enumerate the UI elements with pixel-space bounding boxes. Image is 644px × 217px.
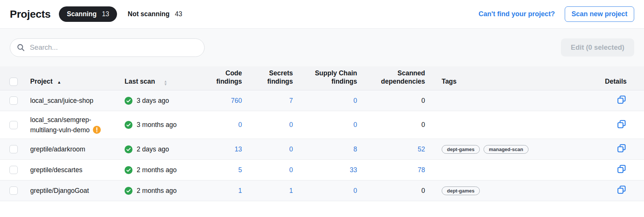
project-details-icon[interactable] bbox=[616, 164, 627, 174]
scanned-dependencies-count: 0 bbox=[357, 187, 425, 195]
scan-success-icon bbox=[125, 97, 132, 105]
code-findings-count[interactable]: 13 bbox=[199, 145, 242, 153]
supply-chain-findings-count[interactable]: 33 bbox=[293, 166, 357, 174]
tab-not-scanning-count: 43 bbox=[175, 10, 182, 18]
project-name[interactable]: local_scan/juice-shop bbox=[30, 97, 93, 104]
project-details-icon[interactable] bbox=[616, 143, 627, 153]
column-header-scanned-dependencies: Scanned dependencies bbox=[357, 69, 425, 86]
tags-cell: dept-games managed-scan bbox=[425, 145, 584, 154]
code-findings-count[interactable]: 0 bbox=[199, 121, 242, 129]
warning-icon[interactable] bbox=[93, 126, 101, 134]
tag-pill: dept-games bbox=[442, 145, 480, 154]
project-details-icon[interactable] bbox=[616, 119, 627, 129]
project-name[interactable]: greptile/adarkroom bbox=[30, 145, 85, 153]
scanned-dependencies-count[interactable]: 52 bbox=[357, 145, 425, 153]
supply-chain-findings-count[interactable]: 0 bbox=[293, 187, 357, 195]
secrets-findings-count[interactable]: 7 bbox=[242, 97, 293, 105]
project-details-icon[interactable] bbox=[616, 185, 627, 195]
toolbar: Edit (0 selected) bbox=[0, 29, 644, 66]
column-header-details: Details bbox=[584, 77, 644, 86]
project-name[interactable]: greptile/descartes bbox=[30, 166, 82, 174]
column-header-project[interactable]: Project▲ bbox=[21, 77, 119, 86]
supply-chain-findings-count[interactable]: 0 bbox=[293, 121, 357, 129]
table-row: local_scan/semgrep-multilang-vuln-demo 3… bbox=[0, 111, 644, 139]
table-row: local_scan/juice-shop 3 days ago 760 7 0… bbox=[0, 90, 644, 111]
scan-new-project-button[interactable]: Scan new project bbox=[565, 6, 634, 22]
search-box bbox=[10, 38, 205, 57]
table-row: greptile/adarkroom 2 days ago 13 0 8 52 … bbox=[0, 139, 644, 160]
tab-not-scanning[interactable]: Not scanning 43 bbox=[126, 6, 183, 22]
supply-chain-findings-count[interactable]: 0 bbox=[293, 97, 357, 105]
last-scan-text: 3 months ago bbox=[137, 121, 177, 129]
row-checkbox[interactable] bbox=[9, 145, 18, 153]
project-name[interactable]: local_scan/semgrep-multilang-vuln-demo bbox=[30, 116, 91, 133]
tab-scanning-label: Scanning bbox=[67, 10, 97, 18]
scan-success-icon bbox=[125, 166, 132, 174]
column-header-supply-chain-findings: Supply Chain findings bbox=[293, 69, 357, 86]
page-header: Projects Scanning 13 Not scanning 43 Can… bbox=[0, 0, 644, 29]
row-checkbox[interactable] bbox=[9, 96, 18, 105]
supply-chain-findings-count[interactable]: 8 bbox=[293, 145, 357, 153]
column-header-tags: Tags bbox=[425, 77, 584, 86]
column-header-code-findings: Code findings bbox=[199, 69, 242, 86]
tab-not-scanning-label: Not scanning bbox=[128, 10, 169, 18]
column-header-secrets-findings: Secrets findings bbox=[242, 69, 293, 86]
edit-selected-button[interactable]: Edit (0 selected) bbox=[561, 38, 634, 57]
scan-success-icon bbox=[125, 121, 132, 129]
code-findings-count[interactable]: 1 bbox=[199, 187, 242, 195]
tags-cell: dept-games bbox=[425, 186, 584, 195]
project-details-icon[interactable] bbox=[616, 95, 627, 105]
secrets-findings-count[interactable]: 1 bbox=[242, 187, 293, 195]
code-findings-count[interactable]: 5 bbox=[199, 166, 242, 174]
tag-pill: managed-scan bbox=[484, 145, 528, 154]
page-title: Projects bbox=[10, 8, 51, 20]
table-bottom-area bbox=[0, 201, 644, 217]
tab-scanning[interactable]: Scanning 13 bbox=[59, 6, 117, 22]
column-header-last-scan-label: Last scan bbox=[125, 77, 155, 86]
column-header-last-scan[interactable]: Last scan▲▼ bbox=[119, 77, 199, 86]
scan-success-icon bbox=[125, 145, 132, 153]
cant-find-project-link[interactable]: Can't find your project? bbox=[479, 10, 555, 18]
sort-ascending-icon: ▲ bbox=[57, 80, 61, 84]
secrets-findings-count[interactable]: 0 bbox=[242, 166, 293, 174]
last-scan-text: 2 months ago bbox=[137, 166, 177, 174]
select-all-checkbox[interactable] bbox=[9, 78, 18, 86]
row-checkbox[interactable] bbox=[9, 186, 18, 195]
search-icon bbox=[17, 43, 25, 52]
last-scan-text: 3 days ago bbox=[137, 97, 169, 105]
last-scan-text: 2 days ago bbox=[137, 145, 169, 153]
scanned-dependencies-count[interactable]: 78 bbox=[357, 166, 425, 174]
secrets-findings-count[interactable]: 0 bbox=[242, 145, 293, 153]
table-header-row: Project▲ Last scan▲▼ Code findings Secre… bbox=[0, 66, 644, 90]
tab-scanning-count: 13 bbox=[102, 10, 109, 18]
tag-pill: dept-games bbox=[442, 186, 480, 195]
project-name[interactable]: greptile/DjangoGoat bbox=[30, 187, 89, 194]
table-row: greptile/DjangoGoat 2 months ago 1 1 0 0… bbox=[0, 180, 644, 201]
code-findings-count[interactable]: 760 bbox=[199, 97, 242, 105]
last-scan-text: 2 months ago bbox=[137, 187, 177, 195]
scanned-dependencies-count: 0 bbox=[357, 97, 425, 105]
secrets-findings-count[interactable]: 0 bbox=[242, 121, 293, 129]
scan-success-icon bbox=[125, 187, 132, 195]
scanned-dependencies-count: 0 bbox=[357, 121, 425, 129]
column-header-project-label: Project bbox=[30, 78, 52, 85]
table-row: greptile/descartes 2 months ago 5 0 33 7… bbox=[0, 160, 644, 180]
row-checkbox[interactable] bbox=[9, 121, 18, 129]
row-checkbox[interactable] bbox=[9, 166, 18, 174]
search-input[interactable] bbox=[10, 38, 205, 57]
sort-toggle-icon: ▲▼ bbox=[164, 80, 167, 86]
